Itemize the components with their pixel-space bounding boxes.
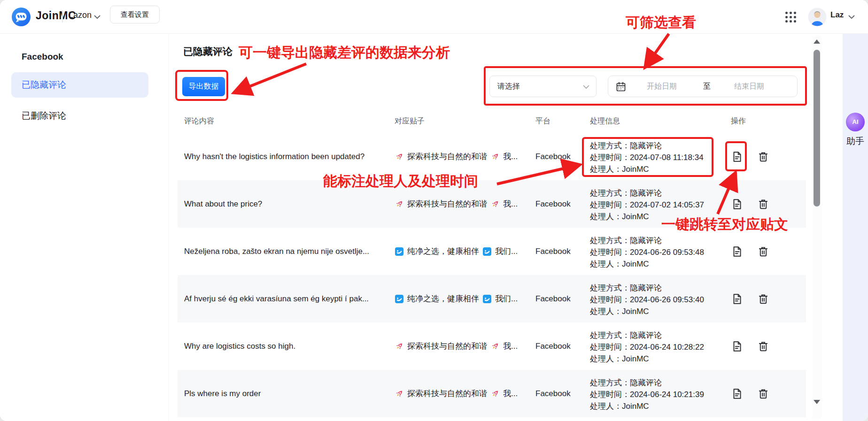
post-title: 纯净之选，健康相伴: [407, 293, 479, 304]
post-cell[interactable]: 探索科技与自然的和谐 我...: [395, 322, 532, 370]
blue-app-icon: [482, 294, 492, 304]
blue-app-icon: [482, 247, 492, 256]
info-time-value: 2024-07-08 11:18:34: [630, 153, 704, 162]
info-time-label: 处理时间：: [590, 153, 630, 162]
info-operator-value: JoinMC: [622, 260, 649, 268]
sidebar-item-deleted-comments[interactable]: 已删除评论: [11, 103, 148, 129]
post-title: 纯净之选，健康相伴: [407, 246, 479, 257]
scrollbar-thumb[interactable]: [814, 50, 820, 207]
info-operator-label: 处理人：: [590, 402, 622, 411]
rocket-icon: [395, 152, 404, 161]
info-operator-label: 处理人：: [590, 212, 622, 221]
blue-app-icon: [395, 247, 404, 256]
top-bar: JoinMC Lazon 查看设置 Laz: [0, 0, 868, 34]
column-header-post: 对应贴子: [395, 116, 425, 126]
trash-icon[interactable]: [757, 340, 769, 352]
document-icon[interactable]: [731, 245, 743, 258]
process-info: 处理方式：隐藏评论 处理时间：2024-06-24 10:28:22 处理人：J…: [590, 329, 704, 365]
vertical-scrollbar[interactable]: [812, 36, 822, 419]
view-settings-button[interactable]: 查看设置: [110, 6, 160, 23]
chevron-down-icon: [848, 15, 855, 19]
platform-label: Facebook: [535, 275, 571, 322]
document-icon[interactable]: [731, 340, 743, 352]
scroll-down-arrow-icon[interactable]: [814, 400, 820, 404]
trash-icon[interactable]: [757, 198, 769, 210]
column-header-comment: 评论内容: [184, 116, 214, 126]
post-title-more: 我们...: [495, 246, 518, 257]
post-title: 探索科技与自然的和谐: [407, 151, 487, 162]
info-method-value: 隐藏评论: [630, 283, 662, 292]
process-info: 处理方式：隐藏评论 处理时间：2024-06-26 09:53:40 处理人：J…: [590, 282, 704, 317]
sidebar-section-facebook: Facebook: [22, 52, 63, 62]
post-title-more: 我...: [503, 341, 518, 352]
info-operator-label: 处理人：: [590, 260, 622, 268]
info-method-value: 隐藏评论: [630, 189, 662, 198]
platform-label: Facebook: [535, 133, 571, 180]
info-time-value: 2024-06-24 10:21:39: [630, 390, 704, 399]
joinmc-logo-icon: [11, 7, 31, 27]
post-cell[interactable]: 探索科技与自然的和谐 我...: [395, 370, 532, 417]
page-title: 已隐藏评论: [183, 45, 232, 58]
header-divider: [62, 10, 63, 23]
info-method-label: 处理方式：: [590, 283, 630, 292]
rocket-icon: [490, 199, 500, 209]
start-date-input[interactable]: 开始日期: [647, 82, 677, 92]
rocket-icon: [395, 342, 404, 351]
trash-icon[interactable]: [757, 388, 769, 400]
process-info: 处理方式：隐藏评论 处理时间：2024-06-24 10:21:39 处理人：J…: [590, 377, 704, 412]
table-row: Why hasn't the logistics information bee…: [178, 133, 806, 180]
info-operator-value: JoinMC: [622, 402, 649, 411]
comment-text: Af hverju sé ég ekki varasíuna sem ég ke…: [184, 275, 387, 322]
user-menu[interactable]: Laz: [830, 10, 844, 20]
comment-text: Why are logistics costs so high.: [184, 322, 387, 370]
trash-icon[interactable]: [757, 245, 769, 258]
post-cell[interactable]: 纯净之选，健康相伴 我们...: [395, 228, 532, 275]
end-date-input[interactable]: 结束日期: [734, 82, 764, 92]
document-icon[interactable]: [731, 151, 743, 163]
filter-select[interactable]: 请选择: [489, 76, 597, 97]
document-icon[interactable]: [731, 388, 743, 400]
platform-label: Facebook: [535, 228, 571, 275]
date-range-separator: 至: [703, 82, 711, 92]
workspace-selector[interactable]: Lazon: [69, 10, 92, 20]
trash-icon[interactable]: [757, 293, 769, 305]
right-rail: [843, 34, 868, 421]
rocket-icon: [395, 199, 404, 209]
scroll-up-arrow-icon[interactable]: [814, 39, 820, 44]
chevron-down-icon: [583, 85, 589, 89]
document-icon[interactable]: [731, 293, 743, 305]
app-window: JoinMC Lazon 查看设置 Laz Facebook 已隐藏评论 已删除…: [0, 0, 868, 421]
info-method-label: 处理方式：: [590, 236, 630, 245]
info-method-label: 处理方式：: [590, 331, 630, 340]
apps-grid-icon[interactable]: [785, 12, 796, 23]
document-icon[interactable]: [731, 198, 743, 210]
rocket-icon: [490, 152, 500, 161]
export-data-button[interactable]: 导出数据: [182, 77, 225, 96]
sidebar-item-hidden-comments[interactable]: 已隐藏评论: [11, 72, 148, 98]
info-method-value: 隐藏评论: [630, 378, 662, 387]
info-operator-label: 处理人：: [590, 307, 622, 316]
blue-app-icon: [395, 294, 404, 304]
ai-assistant-button[interactable]: AI 助手: [843, 113, 868, 147]
column-header-info: 处理信息: [590, 116, 620, 126]
annotation-jump-note: 一键跳转至对应贴文: [661, 215, 788, 234]
post-title-more: 我...: [503, 151, 518, 162]
calendar-icon: [616, 81, 626, 92]
table-row: Why are logistics costs so high. 探索科技与自然…: [178, 322, 806, 370]
ai-assistant-icon: AI: [846, 113, 865, 131]
info-method-label: 处理方式：: [590, 378, 630, 387]
column-header-platform: 平台: [535, 116, 550, 126]
trash-icon[interactable]: [757, 151, 769, 163]
avatar[interactable]: [808, 8, 827, 26]
platform-label: Facebook: [535, 322, 571, 370]
annotation-export-note: 可一键导出隐藏差评的数据来分析: [239, 43, 450, 62]
post-title: 探索科技与自然的和谐: [407, 199, 487, 209]
comment-text: Pls where is my order: [184, 370, 387, 417]
post-cell[interactable]: 纯净之选，健康相伴 我们...: [395, 275, 532, 322]
info-operator-label: 处理人：: [590, 354, 622, 363]
process-info: 处理方式：隐藏评论 处理时间：2024-07-08 11:18:34 处理人：J…: [590, 140, 704, 175]
info-time-value: 2024-06-26 09:53:48: [630, 248, 704, 257]
date-range-picker[interactable]: 开始日期 至 结束日期: [608, 76, 798, 97]
info-operator-label: 处理人：: [590, 165, 622, 174]
info-method-value: 隐藏评论: [630, 141, 662, 150]
